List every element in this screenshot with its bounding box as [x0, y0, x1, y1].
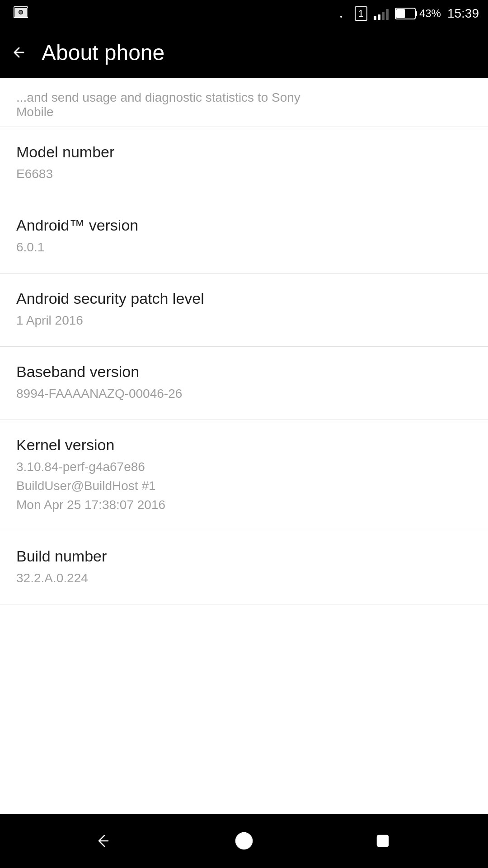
signal-icon — [374, 7, 389, 20]
status-time: 15:39 — [447, 6, 479, 21]
partial-setting-item: ...and send usage and diagnostic statist… — [0, 78, 488, 127]
svg-point-3 — [19, 10, 23, 14]
recents-nav-button[interactable] — [365, 823, 401, 859]
setting-label: Kernel version — [16, 436, 472, 454]
partial-item-value: Mobile — [16, 105, 472, 119]
setting-label: Baseband version — [16, 363, 472, 381]
setting-value: E6683 — [16, 165, 472, 184]
status-bar-left — [9, 6, 328, 22]
list-item: Model number E6683 — [0, 127, 488, 200]
back-button[interactable] — [11, 44, 27, 61]
battery-percent: 43% — [419, 7, 441, 20]
list-item: Android™ version 6.0.1 — [0, 200, 488, 274]
setting-label: Android security patch level — [16, 290, 472, 307]
settings-content: ...and send usage and diagnostic statist… — [0, 78, 488, 814]
list-item: Android security patch level 1 April 201… — [0, 274, 488, 347]
svg-point-8 — [236, 833, 252, 849]
setting-value: 6.0.1 — [16, 238, 472, 257]
setting-label: Model number — [16, 143, 472, 161]
toolbar: About phone — [0, 27, 488, 78]
status-bar-right: 1 43% 15:39 — [334, 6, 479, 21]
nav-bar — [0, 814, 488, 868]
battery-icon: 43% — [395, 7, 441, 20]
setting-value: 32.2.A.0.224 — [16, 569, 472, 588]
list-item: Build number 32.2.A.0.224 — [0, 531, 488, 604]
page-title: About phone — [42, 40, 164, 65]
wifi-icon — [334, 6, 348, 21]
notification-icon — [14, 6, 28, 22]
sim-icon: 1 — [355, 6, 367, 21]
partial-item-label: ...and send usage and diagnostic statist… — [16, 89, 472, 105]
status-bar: 1 43% 15:39 — [0, 0, 488, 27]
list-item: Kernel version 3.10.84-perf-g4a67e86 Bui… — [0, 420, 488, 531]
setting-value: 8994-FAAAANAZQ-00046-26 — [16, 384, 472, 403]
svg-rect-7 — [396, 9, 405, 18]
setting-value: 1 April 2016 — [16, 311, 472, 330]
svg-point-4 — [340, 16, 342, 18]
home-nav-button[interactable] — [226, 823, 262, 859]
back-nav-button[interactable] — [87, 823, 123, 859]
setting-value: 3.10.84-perf-g4a67e86 BuildUser@BuildHos… — [16, 458, 472, 514]
svg-rect-9 — [377, 835, 388, 846]
list-item: Baseband version 8994-FAAAANAZQ-00046-26 — [0, 347, 488, 420]
svg-rect-6 — [415, 11, 417, 16]
setting-label: Android™ version — [16, 217, 472, 234]
setting-label: Build number — [16, 547, 472, 565]
